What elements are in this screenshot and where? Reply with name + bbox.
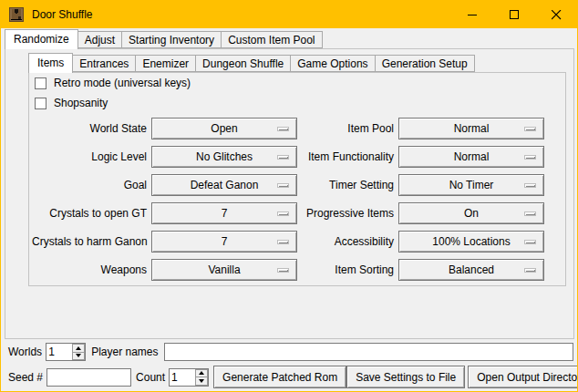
checkbox-icon xyxy=(35,77,46,89)
item-sorting-label: Item Sorting xyxy=(305,263,394,276)
dropdown-indicator-icon xyxy=(524,211,536,216)
subtab-items[interactable]: Items xyxy=(28,53,73,73)
maximize-button[interactable] xyxy=(493,1,535,28)
dropdown-value: Normal xyxy=(454,147,490,167)
sub-tab-bar: Items Entrances Enemizer Dungeon Shuffle… xyxy=(28,53,474,73)
player-names-input[interactable] xyxy=(164,343,574,361)
shopsanity-checkbox[interactable]: Shopsanity xyxy=(35,97,108,109)
item-functionality-label: Item Functionality xyxy=(305,150,394,163)
minimize-button[interactable] xyxy=(451,1,493,28)
dropdown-indicator-icon xyxy=(524,127,536,131)
dropdown-indicator-icon xyxy=(277,240,289,244)
save-settings-button[interactable]: Save Settings to File xyxy=(346,366,465,388)
world-state-dropdown[interactable]: Open xyxy=(151,118,297,139)
open-output-directory-button[interactable]: Open Output Directory xyxy=(468,366,578,388)
items-pane: Retro mode (universal keys) Shopsanity W… xyxy=(28,72,566,286)
item-functionality-dropdown[interactable]: Normal xyxy=(398,146,544,168)
left-option-column: World State Open Logic Level No Glitches… xyxy=(32,118,297,281)
count-spinbox[interactable] xyxy=(169,368,209,387)
timer-setting-dropdown[interactable]: No Timer xyxy=(398,174,544,196)
crystals-harm-ganon-dropdown[interactable]: 7 xyxy=(151,231,297,253)
player-names-label: Player names xyxy=(91,346,158,358)
crystals-harm-ganon-label: Crystals to harm Ganon xyxy=(32,235,147,248)
world-state-label: World State xyxy=(32,122,147,135)
accessibility-label: Accessibility xyxy=(305,235,394,248)
retro-mode-label: Retro mode (universal keys) xyxy=(54,77,191,89)
spin-up-icon xyxy=(199,371,204,375)
spin-up-icon xyxy=(76,346,81,350)
window-title: Door Shuffle xyxy=(32,8,93,21)
dropdown-value: Open xyxy=(211,119,237,139)
timer-setting-label: Timer Setting xyxy=(305,179,394,191)
dropdown-indicator-icon xyxy=(277,155,289,160)
seed-label: Seed # xyxy=(8,371,43,384)
dropdown-value: No Timer xyxy=(449,175,494,195)
item-sorting-dropdown[interactable]: Balanced xyxy=(398,259,544,281)
subtab-enemizer[interactable]: Enemizer xyxy=(135,55,196,72)
spin-down-icon xyxy=(76,354,81,357)
worlds-row: Worlds Player names xyxy=(8,343,573,361)
dropdown-indicator-icon xyxy=(524,268,536,273)
crystals-open-gt-dropdown[interactable]: 7 xyxy=(151,202,297,224)
shopsanity-label: Shopsanity xyxy=(54,97,108,109)
tab-adjust[interactable]: Adjust xyxy=(77,31,122,48)
item-pool-dropdown[interactable]: Normal xyxy=(398,118,544,139)
title-bar: Door Shuffle xyxy=(1,1,577,28)
close-button[interactable] xyxy=(535,1,577,28)
subtab-entrances[interactable]: Entrances xyxy=(72,55,136,72)
dropdown-value: 7 xyxy=(222,203,228,223)
dropdown-value: Vanilla xyxy=(208,260,240,280)
dropdown-indicator-icon xyxy=(277,183,289,188)
dropdown-indicator-icon xyxy=(277,127,289,131)
dropdown-indicator-icon xyxy=(277,268,289,273)
spin-up-button[interactable] xyxy=(72,344,85,353)
retro-mode-checkbox[interactable]: Retro mode (universal keys) xyxy=(35,77,191,89)
spin-down-button[interactable] xyxy=(72,353,85,361)
seed-row: Seed # Count Generate Patched Rom Save S… xyxy=(8,366,573,388)
crystals-open-gt-label: Crystals to open GT xyxy=(32,207,147,220)
count-label: Count xyxy=(136,371,165,384)
generate-patched-rom-button[interactable]: Generate Patched Rom xyxy=(213,366,346,388)
count-input[interactable] xyxy=(170,369,195,386)
dropdown-indicator-icon xyxy=(524,240,536,244)
worlds-spinbox[interactable] xyxy=(46,343,86,361)
main-tab-bar: Randomize Adjust Starting Inventory Cust… xyxy=(5,29,322,49)
checkbox-icon xyxy=(35,98,46,109)
spin-down-icon xyxy=(199,379,204,383)
subtab-generation-setup[interactable]: Generation Setup xyxy=(375,55,475,72)
tab-custom-item-pool[interactable]: Custom Item Pool xyxy=(221,31,322,48)
item-pool-label: Item Pool xyxy=(305,122,394,135)
dropdown-indicator-icon xyxy=(524,155,536,160)
dropdown-value: Balanced xyxy=(449,260,494,280)
weapons-dropdown[interactable]: Vanilla xyxy=(151,259,297,281)
dropdown-value: 7 xyxy=(222,232,228,252)
app-door-icon xyxy=(9,7,24,22)
dropdown-value: Defeat Ganon xyxy=(191,175,259,195)
seed-input[interactable] xyxy=(46,368,131,387)
accessibility-dropdown[interactable]: 100% Locations xyxy=(398,231,544,253)
tab-starting-inventory[interactable]: Starting Inventory xyxy=(121,31,222,48)
dropdown-value: No Glitches xyxy=(196,147,253,167)
weapons-label: Weapons xyxy=(32,263,147,276)
worlds-input[interactable] xyxy=(46,344,72,360)
logic-level-dropdown[interactable]: No Glitches xyxy=(151,146,297,168)
dropdown-value: Normal xyxy=(454,119,490,139)
progressive-items-dropdown[interactable]: On xyxy=(398,202,544,224)
goal-dropdown[interactable]: Defeat Ganon xyxy=(151,174,297,196)
right-option-column: Item Pool Normal Item Functionality Norm… xyxy=(305,118,544,281)
worlds-spin-arrows xyxy=(72,344,85,360)
spin-down-button[interactable] xyxy=(195,377,208,386)
dropdown-value: On xyxy=(464,203,479,223)
goal-label: Goal xyxy=(32,179,147,191)
worlds-label: Worlds xyxy=(8,346,42,358)
logic-level-label: Logic Level xyxy=(32,150,147,163)
spin-up-button[interactable] xyxy=(195,369,208,378)
count-spin-arrows xyxy=(195,369,208,386)
door-shuffle-window: Door Shuffle Randomize Adjust Starting I… xyxy=(0,0,578,392)
tab-randomize[interactable]: Randomize xyxy=(5,29,78,49)
subtab-game-options[interactable]: Game Options xyxy=(290,55,375,72)
dropdown-value: 100% Locations xyxy=(432,232,510,252)
dropdown-indicator-icon xyxy=(277,211,289,216)
dropdown-indicator-icon xyxy=(524,183,536,188)
subtab-dungeon-shuffle[interactable]: Dungeon Shuffle xyxy=(195,55,291,72)
